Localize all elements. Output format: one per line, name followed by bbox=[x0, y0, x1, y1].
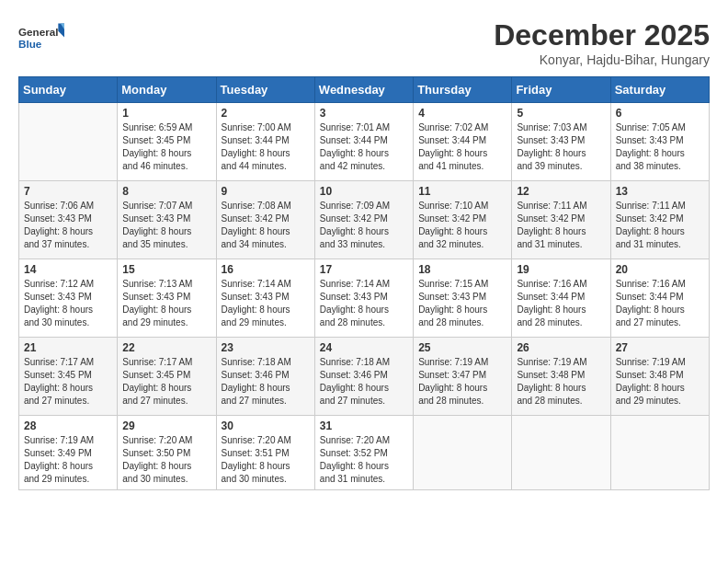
day-number: 9 bbox=[222, 185, 310, 198]
calendar-cell: 13Sunrise: 7:11 AM Sunset: 3:42 PM Dayli… bbox=[610, 181, 709, 259]
day-number: 29 bbox=[122, 419, 210, 432]
calendar-cell: 18Sunrise: 7:15 AM Sunset: 3:43 PM Dayli… bbox=[414, 259, 512, 338]
calendar-cell: 26Sunrise: 7:19 AM Sunset: 3:48 PM Dayli… bbox=[512, 338, 610, 416]
month-title: December 2025 bbox=[494, 18, 710, 52]
calendar-cell: 23Sunrise: 7:18 AM Sunset: 3:46 PM Dayli… bbox=[216, 338, 314, 416]
day-info: Sunrise: 7:06 AM Sunset: 3:43 PM Dayligh… bbox=[24, 200, 112, 251]
day-info: Sunrise: 7:10 AM Sunset: 3:42 PM Dayligh… bbox=[418, 200, 506, 251]
calendar-cell: 6Sunrise: 7:05 AM Sunset: 3:43 PM Daylig… bbox=[610, 103, 709, 181]
calendar-cell: 8Sunrise: 7:07 AM Sunset: 3:43 PM Daylig… bbox=[118, 181, 216, 259]
day-number: 10 bbox=[320, 185, 408, 198]
calendar-cell: 3Sunrise: 7:01 AM Sunset: 3:44 PM Daylig… bbox=[314, 103, 413, 181]
day-number: 5 bbox=[517, 107, 605, 120]
day-number: 8 bbox=[122, 185, 210, 198]
column-header-saturday: Saturday bbox=[610, 77, 709, 103]
day-info: Sunrise: 7:00 AM Sunset: 3:44 PM Dayligh… bbox=[222, 121, 310, 173]
calendar-cell: 4Sunrise: 7:02 AM Sunset: 3:44 PM Daylig… bbox=[414, 103, 512, 181]
day-info: Sunrise: 7:18 AM Sunset: 3:46 PM Dayligh… bbox=[222, 356, 310, 408]
column-header-monday: Monday bbox=[118, 77, 216, 103]
svg-text:General: General bbox=[18, 26, 58, 38]
calendar-cell: 31Sunrise: 7:20 AM Sunset: 3:52 PM Dayli… bbox=[314, 416, 413, 490]
day-number: 25 bbox=[418, 341, 506, 354]
day-info: Sunrise: 7:14 AM Sunset: 3:43 PM Dayligh… bbox=[320, 278, 408, 329]
header-row: SundayMondayTuesdayWednesdayThursdayFrid… bbox=[19, 77, 710, 103]
day-number: 6 bbox=[616, 107, 704, 120]
day-number: 2 bbox=[222, 107, 310, 120]
day-info: Sunrise: 7:11 AM Sunset: 3:42 PM Dayligh… bbox=[616, 200, 704, 251]
week-row-4: 21Sunrise: 7:17 AM Sunset: 3:45 PM Dayli… bbox=[19, 338, 710, 416]
column-header-tuesday: Tuesday bbox=[216, 77, 314, 103]
logo: General Blue bbox=[18, 18, 64, 60]
column-header-friday: Friday bbox=[512, 77, 610, 103]
day-number: 12 bbox=[517, 185, 605, 198]
day-number: 26 bbox=[517, 341, 605, 354]
day-info: Sunrise: 7:02 AM Sunset: 3:44 PM Dayligh… bbox=[418, 121, 506, 173]
day-number: 21 bbox=[24, 341, 112, 354]
day-number: 28 bbox=[24, 419, 112, 432]
calendar-cell: 29Sunrise: 7:20 AM Sunset: 3:50 PM Dayli… bbox=[118, 416, 216, 490]
column-header-thursday: Thursday bbox=[414, 77, 512, 103]
calendar-cell: 17Sunrise: 7:14 AM Sunset: 3:43 PM Dayli… bbox=[314, 259, 413, 338]
location-subtitle: Konyar, Hajdu-Bihar, Hungary bbox=[494, 52, 710, 67]
calendar-cell: 2Sunrise: 7:00 AM Sunset: 3:44 PM Daylig… bbox=[216, 103, 314, 181]
calendar-cell: 14Sunrise: 7:12 AM Sunset: 3:43 PM Dayli… bbox=[19, 259, 118, 338]
day-info: Sunrise: 7:13 AM Sunset: 3:43 PM Dayligh… bbox=[122, 278, 210, 329]
day-info: Sunrise: 7:09 AM Sunset: 3:42 PM Dayligh… bbox=[320, 200, 408, 251]
day-info: Sunrise: 7:19 AM Sunset: 3:49 PM Dayligh… bbox=[24, 434, 112, 486]
week-row-2: 7Sunrise: 7:06 AM Sunset: 3:43 PM Daylig… bbox=[19, 181, 710, 259]
calendar-cell: 30Sunrise: 7:20 AM Sunset: 3:51 PM Dayli… bbox=[216, 416, 314, 490]
day-number: 31 bbox=[320, 419, 408, 432]
day-number: 11 bbox=[418, 185, 506, 198]
day-info: Sunrise: 7:17 AM Sunset: 3:45 PM Dayligh… bbox=[24, 356, 112, 408]
calendar-cell: 21Sunrise: 7:17 AM Sunset: 3:45 PM Dayli… bbox=[19, 338, 118, 416]
calendar-cell bbox=[19, 103, 118, 181]
day-info: Sunrise: 7:16 AM Sunset: 3:44 PM Dayligh… bbox=[616, 278, 704, 329]
calendar-cell bbox=[512, 416, 610, 490]
calendar-cell: 11Sunrise: 7:10 AM Sunset: 3:42 PM Dayli… bbox=[414, 181, 512, 259]
day-info: Sunrise: 7:19 AM Sunset: 3:48 PM Dayligh… bbox=[616, 356, 704, 408]
calendar-cell bbox=[414, 416, 512, 490]
column-header-wednesday: Wednesday bbox=[314, 77, 413, 103]
day-info: Sunrise: 7:20 AM Sunset: 3:52 PM Dayligh… bbox=[320, 434, 408, 486]
week-row-5: 28Sunrise: 7:19 AM Sunset: 3:49 PM Dayli… bbox=[19, 416, 710, 490]
calendar-cell: 24Sunrise: 7:18 AM Sunset: 3:46 PM Dayli… bbox=[314, 338, 413, 416]
calendar-cell: 7Sunrise: 7:06 AM Sunset: 3:43 PM Daylig… bbox=[19, 181, 118, 259]
day-info: Sunrise: 7:19 AM Sunset: 3:47 PM Dayligh… bbox=[418, 356, 506, 408]
calendar-cell: 1Sunrise: 6:59 AM Sunset: 3:45 PM Daylig… bbox=[118, 103, 216, 181]
day-number: 14 bbox=[24, 263, 112, 276]
calendar-cell: 10Sunrise: 7:09 AM Sunset: 3:42 PM Dayli… bbox=[314, 181, 413, 259]
day-info: Sunrise: 7:17 AM Sunset: 3:45 PM Dayligh… bbox=[122, 356, 210, 408]
calendar-cell: 9Sunrise: 7:08 AM Sunset: 3:42 PM Daylig… bbox=[216, 181, 314, 259]
day-number: 18 bbox=[418, 263, 506, 276]
page-header: General Blue December 2025 Konyar, Hajdu… bbox=[18, 18, 710, 67]
logo-svg: General Blue bbox=[18, 18, 64, 60]
day-info: Sunrise: 7:20 AM Sunset: 3:51 PM Dayligh… bbox=[222, 434, 310, 486]
day-info: Sunrise: 7:20 AM Sunset: 3:50 PM Dayligh… bbox=[122, 434, 210, 486]
day-info: Sunrise: 7:05 AM Sunset: 3:43 PM Dayligh… bbox=[616, 121, 704, 173]
column-header-sunday: Sunday bbox=[19, 77, 118, 103]
day-number: 22 bbox=[122, 341, 210, 354]
day-number: 23 bbox=[222, 341, 310, 354]
day-info: Sunrise: 7:08 AM Sunset: 3:42 PM Dayligh… bbox=[222, 200, 310, 251]
calendar-cell: 19Sunrise: 7:16 AM Sunset: 3:44 PM Dayli… bbox=[512, 259, 610, 338]
calendar-cell: 27Sunrise: 7:19 AM Sunset: 3:48 PM Dayli… bbox=[610, 338, 709, 416]
day-number: 3 bbox=[320, 107, 408, 120]
day-number: 1 bbox=[122, 107, 210, 120]
day-info: Sunrise: 7:01 AM Sunset: 3:44 PM Dayligh… bbox=[320, 121, 408, 173]
calendar-table: SundayMondayTuesdayWednesdayThursdayFrid… bbox=[18, 76, 710, 490]
day-number: 27 bbox=[616, 341, 704, 354]
calendar-cell: 5Sunrise: 7:03 AM Sunset: 3:43 PM Daylig… bbox=[512, 103, 610, 181]
day-number: 13 bbox=[616, 185, 704, 198]
day-number: 16 bbox=[222, 263, 310, 276]
calendar-cell: 25Sunrise: 7:19 AM Sunset: 3:47 PM Dayli… bbox=[414, 338, 512, 416]
week-row-1: 1Sunrise: 6:59 AM Sunset: 3:45 PM Daylig… bbox=[19, 103, 710, 181]
day-number: 24 bbox=[320, 341, 408, 354]
day-number: 30 bbox=[222, 419, 310, 432]
day-info: Sunrise: 7:03 AM Sunset: 3:43 PM Dayligh… bbox=[517, 121, 605, 173]
day-info: Sunrise: 7:07 AM Sunset: 3:43 PM Dayligh… bbox=[122, 200, 210, 251]
title-block: December 2025 Konyar, Hajdu-Bihar, Hunga… bbox=[494, 18, 710, 67]
week-row-3: 14Sunrise: 7:12 AM Sunset: 3:43 PM Dayli… bbox=[19, 259, 710, 338]
day-info: Sunrise: 7:12 AM Sunset: 3:43 PM Dayligh… bbox=[24, 278, 112, 329]
day-info: Sunrise: 7:11 AM Sunset: 3:42 PM Dayligh… bbox=[517, 200, 605, 251]
day-info: Sunrise: 7:18 AM Sunset: 3:46 PM Dayligh… bbox=[320, 356, 408, 408]
